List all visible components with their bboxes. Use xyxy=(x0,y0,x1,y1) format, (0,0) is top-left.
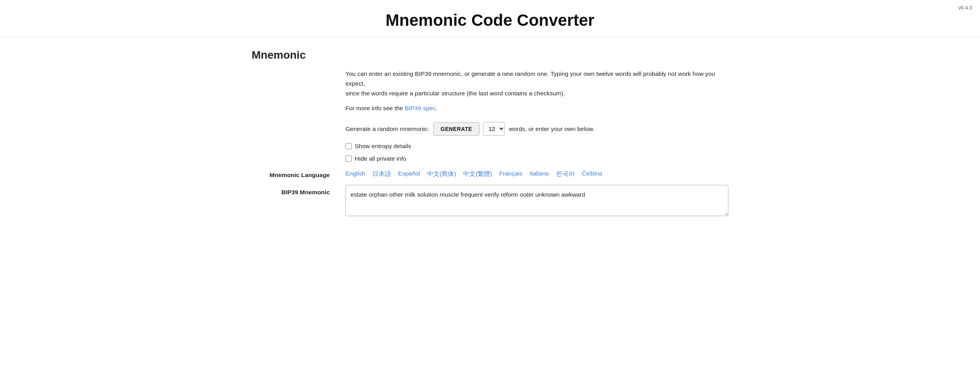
mnemonic-section-heading: Mnemonic xyxy=(252,49,728,61)
language-link[interactable]: 日本語 xyxy=(372,170,391,178)
words-after-label: words, or enter your own below. xyxy=(509,125,594,133)
word-count-select[interactable]: 3 6 9 12 15 18 21 24 xyxy=(483,122,505,136)
version-label: v0.4.3 xyxy=(959,5,972,11)
page-title: Mnemonic Code Converter xyxy=(0,11,980,30)
hide-private-label[interactable]: Hide all private info xyxy=(355,155,406,162)
hide-private-checkbox[interactable] xyxy=(345,156,352,162)
bip39-spec-link[interactable]: BIP39 spec xyxy=(405,105,436,111)
bip39-mnemonic-textarea[interactable] xyxy=(345,185,728,216)
page-header: Mnemonic Code Converter xyxy=(0,0,980,37)
bip39-mnemonic-label: BIP39 Mnemonic xyxy=(252,185,330,196)
language-link[interactable]: Español xyxy=(398,170,420,178)
language-link[interactable]: Français xyxy=(499,170,522,178)
language-links-container: English日本語Español中文(简体)中文(繁體)FrançaisIta… xyxy=(345,168,728,178)
mnemonic-heading: Mnemonic xyxy=(252,49,728,61)
show-entropy-row: Show entropy details xyxy=(345,143,728,150)
language-link[interactable]: Italiano xyxy=(529,170,549,178)
language-links: English日本語Español中文(简体)中文(繁體)FrançaisIta… xyxy=(345,168,728,178)
language-link[interactable]: 中文(简体) xyxy=(427,170,456,178)
language-link[interactable]: 한국어 xyxy=(556,170,575,178)
bip39-mnemonic-row: BIP39 Mnemonic xyxy=(252,185,728,218)
generate-row: Generate a random mnemonic: GENERATE 3 6… xyxy=(345,122,728,136)
language-field-label: Mnemonic Language xyxy=(252,168,330,179)
mnemonic-description-row: You can enter an existing BIP39 mnemonic… xyxy=(252,69,728,168)
hide-private-row: Hide all private info xyxy=(345,155,728,162)
mnemonic-description: You can enter an existing BIP39 mnemonic… xyxy=(345,69,728,98)
main-content: Mnemonic You can enter an existing BIP39… xyxy=(236,37,744,236)
show-entropy-label[interactable]: Show entropy details xyxy=(355,143,411,150)
bip39-mnemonic-content xyxy=(345,185,728,218)
generate-label: Generate a random mnemonic: xyxy=(345,125,429,133)
mnemonic-label-spacer xyxy=(252,69,330,73)
language-link[interactable]: 中文(繁體) xyxy=(463,170,492,178)
language-row: Mnemonic Language English日本語Español中文(简体… xyxy=(252,168,728,179)
mnemonic-controls: You can enter an existing BIP39 mnemonic… xyxy=(345,69,728,168)
bip39-spec-line: For more info see the BIP39 spec. xyxy=(345,104,728,113)
generate-button[interactable]: GENERATE xyxy=(433,122,480,136)
language-link[interactable]: English xyxy=(345,170,365,178)
show-entropy-checkbox[interactable] xyxy=(345,143,352,149)
language-link[interactable]: Čeština xyxy=(582,170,603,178)
